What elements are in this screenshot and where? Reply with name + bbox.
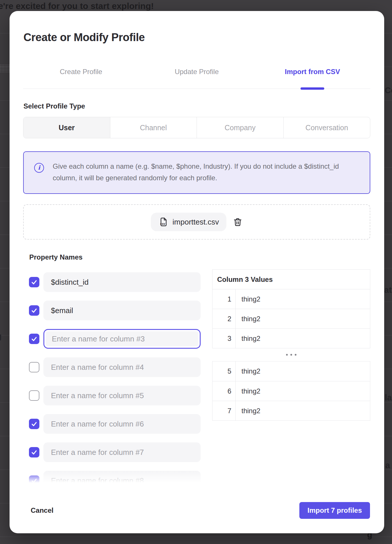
values-table-bottom: 5 thing2 6 thing2 7 thing2 xyxy=(212,361,370,421)
values-table-top: Column 3 Values 1 thing2 2 thing2 3 thin… xyxy=(212,269,370,348)
trash-icon[interactable] xyxy=(233,217,243,227)
row-value: thing2 xyxy=(236,329,370,348)
property-row xyxy=(23,471,201,484)
column-checkbox[interactable] xyxy=(29,390,39,401)
property-names-label: Property Names xyxy=(29,253,83,261)
row-value: thing2 xyxy=(236,401,370,420)
modal-tabs: Create Profile Update Profile Import fro… xyxy=(23,65,370,89)
values-table-header: Column 3 Values xyxy=(213,270,370,289)
csv-dropzone[interactable]: csv importtest.csv xyxy=(23,204,370,240)
property-name-input[interactable] xyxy=(43,442,201,462)
tab-label: Create Profile xyxy=(60,68,102,76)
row-value: thing2 xyxy=(236,309,370,328)
background-fragment: lab xyxy=(385,393,392,403)
property-name-input[interactable] xyxy=(43,272,201,292)
property-row xyxy=(23,357,201,377)
row-index: 2 xyxy=(213,309,236,328)
cancel-button[interactable]: Cancel xyxy=(31,506,54,514)
property-row xyxy=(23,442,201,462)
select-profile-type-label: Select Profile Type xyxy=(23,102,85,110)
property-name-input[interactable] xyxy=(43,301,201,320)
ellipsis xyxy=(212,348,370,361)
import-profiles-button[interactable]: Import 7 profiles xyxy=(299,502,370,519)
csv-file-icon: csv xyxy=(158,217,169,227)
row-index: 6 xyxy=(213,381,236,401)
row-index: 7 xyxy=(213,401,236,420)
tab-create-profile[interactable]: Create Profile xyxy=(23,65,139,89)
row-value: thing2 xyxy=(236,361,370,381)
column-checkbox[interactable] xyxy=(29,334,39,344)
column-checkbox[interactable] xyxy=(29,419,39,429)
background-fragment: a xyxy=(385,461,390,470)
table-row: 2 thing2 xyxy=(213,309,370,328)
property-name-input[interactable] xyxy=(43,471,201,484)
table-row: 1 thing2 xyxy=(213,289,370,309)
profile-type-user[interactable]: User xyxy=(23,117,110,138)
row-index: 3 xyxy=(213,329,236,348)
create-or-modify-profile-modal: Create or Modify Profile Create Profile … xyxy=(10,11,384,533)
column-checkbox[interactable] xyxy=(29,305,39,316)
modal-footer: Cancel Import 7 profiles xyxy=(10,502,384,519)
column-checkbox[interactable] xyxy=(29,447,39,457)
table-row: 3 thing2 xyxy=(213,328,370,348)
property-rows-list xyxy=(23,269,201,484)
property-name-input[interactable] xyxy=(43,329,201,349)
table-row: 5 thing2 xyxy=(213,361,370,381)
background-fragment: g xyxy=(0,332,2,341)
row-index: 5 xyxy=(213,361,236,381)
uploaded-file-name: importtest.csv xyxy=(173,218,219,227)
profile-type-segmented-control: User Channel Company Conversation xyxy=(23,117,370,138)
property-row xyxy=(23,414,201,434)
mapping-area: Column 3 Values 1 thing2 2 thing2 3 thin… xyxy=(23,269,370,484)
tab-update-profile[interactable]: Update Profile xyxy=(139,65,255,89)
row-index: 1 xyxy=(213,289,236,309)
property-name-input[interactable] xyxy=(43,414,201,434)
tab-import-from-csv[interactable]: Import from CSV xyxy=(254,65,370,89)
background-page-text: e're excited for you to start exploring! xyxy=(0,1,154,11)
profile-type-company[interactable]: Company xyxy=(197,117,283,138)
row-value: thing2 xyxy=(236,381,370,401)
property-name-input[interactable] xyxy=(43,357,201,377)
column-checkbox[interactable] xyxy=(29,277,39,287)
column-checkbox[interactable] xyxy=(29,475,39,484)
tab-label: Import from CSV xyxy=(285,68,340,76)
property-row xyxy=(23,301,201,320)
column-values-preview: Column 3 Values 1 thing2 2 thing2 3 thin… xyxy=(212,269,370,421)
column-checkbox[interactable] xyxy=(29,362,39,372)
table-row: 7 thing2 xyxy=(213,401,370,420)
svg-text:csv: csv xyxy=(160,222,165,225)
property-row xyxy=(23,386,201,405)
property-row xyxy=(23,272,201,292)
table-row: 6 thing2 xyxy=(213,381,370,401)
background-fragment: Col xyxy=(385,86,392,95)
tab-label: Update Profile xyxy=(175,68,219,76)
info-banner: i Give each column a name (e.g. $name, $… xyxy=(23,151,370,194)
profile-type-conversation[interactable]: Conversation xyxy=(283,117,370,138)
uploaded-file-chip: csv importtest.csv xyxy=(151,213,226,231)
info-icon: i xyxy=(34,163,44,173)
background-texture xyxy=(0,64,10,72)
background-fragment: ata xyxy=(384,285,392,295)
property-name-input[interactable] xyxy=(43,386,201,405)
row-value: thing2 xyxy=(236,289,370,309)
property-row xyxy=(23,329,201,349)
profile-type-channel[interactable]: Channel xyxy=(110,117,197,138)
modal-title: Create or Modify Profile xyxy=(23,31,145,44)
info-banner-text: Give each column a name (e.g. $name, $ph… xyxy=(53,161,358,184)
